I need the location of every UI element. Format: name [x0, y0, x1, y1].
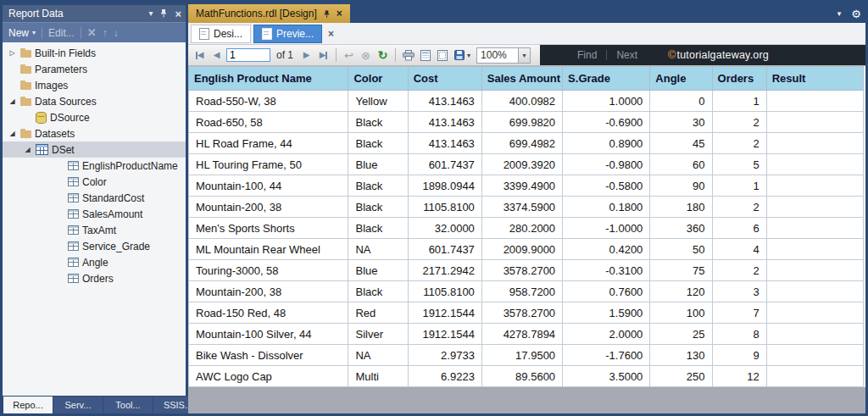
close-icon[interactable]: × [328, 28, 334, 40]
export-button[interactable] [452, 47, 466, 63]
cell-s-grade: -1.7600 [563, 345, 650, 366]
tree-item-datasets[interactable]: ◢Datasets [3, 125, 186, 141]
cell-sales-amount: 2009.3920 [481, 154, 562, 175]
tree-item-label: Built-in Fields [35, 47, 96, 59]
cell-result [766, 112, 863, 133]
print-button[interactable] [401, 47, 415, 63]
tree-item-englishproductname[interactable]: EnglishProductName [3, 158, 186, 174]
cell-cost: 2171.2942 [408, 260, 481, 281]
back-to-parent-button[interactable]: ↩ [342, 47, 356, 63]
move-up-button[interactable]: ↑ [103, 27, 108, 39]
expand-arrow-icon[interactable]: ▷ [8, 49, 17, 57]
toolbar-divider [336, 48, 337, 62]
toolbar-divider [81, 27, 81, 39]
gear-icon[interactable]: ⚙ [851, 8, 861, 20]
cell-color: Yellow [348, 91, 408, 112]
find-link[interactable]: Find [577, 49, 597, 61]
cell-color: Black [348, 197, 408, 218]
cell-sales-amount: 3399.4900 [481, 175, 562, 197]
cell-color: Black [348, 133, 408, 154]
tree-item-service-grade[interactable]: Service_Grade [3, 238, 186, 254]
table-row: AWC Logo CapMulti6.922389.56003.50002501… [189, 366, 864, 387]
panel-tab-serv[interactable]: Serv... [53, 397, 103, 413]
cell-color: Blue [348, 260, 408, 281]
table-row: Road-650, 58Black413.1463699.9820-0.6900… [189, 112, 864, 133]
tree-item-taxamt[interactable]: TaxAmt [3, 222, 186, 238]
delete-button[interactable]: ✕ [87, 26, 97, 39]
divider [606, 50, 607, 60]
collapse-arrow-icon[interactable]: ◢ [23, 146, 32, 153]
last-page-button[interactable]: ▶ [316, 47, 331, 63]
folder-icon [20, 50, 31, 58]
folder-icon [20, 130, 31, 138]
cell-s-grade: 0.8900 [563, 133, 650, 154]
save-export-icon [454, 50, 465, 60]
next-page-button[interactable]: ▶ [299, 47, 314, 63]
tree-item-dsource[interactable]: DSource [3, 109, 186, 125]
cell-orders: 2 [712, 133, 766, 154]
document-tab[interactable]: MathFunctions.rdl [Design] × [188, 4, 350, 23]
panel-tab-tool[interactable]: Tool... [103, 397, 153, 413]
field-icon [68, 209, 79, 219]
export-caret-icon[interactable]: ▾ [467, 52, 470, 59]
cell-sales-amount: 2009.9000 [481, 239, 562, 260]
close-tab-icon[interactable]: × [337, 8, 342, 19]
cell-sales-amount: 3578.2700 [481, 302, 562, 324]
find-next-link[interactable]: Next [616, 49, 637, 61]
tree-item-data-sources[interactable]: ◢Data Sources [3, 93, 186, 109]
tree-item-images[interactable]: Images [3, 77, 186, 93]
tab-preview[interactable]: Previe... [253, 25, 322, 43]
cell-sales-amount: 89.5600 [481, 366, 562, 387]
folder-icon [20, 66, 31, 74]
cell-sales-amount: 699.9820 [481, 112, 562, 133]
previous-page-button[interactable]: ◀ [209, 47, 224, 63]
collapse-arrow-icon[interactable]: ◢ [8, 130, 17, 137]
tree-item-salesamount[interactable]: SalesAmount [3, 206, 186, 222]
tree-item-color[interactable]: Color [3, 174, 186, 190]
tree-item-dset[interactable]: ◢DSet [3, 141, 186, 158]
panel-tab-repo[interactable]: Repo... [3, 397, 53, 413]
toolbar-divider [395, 48, 396, 62]
field-icon [68, 225, 79, 235]
cell-english-product-name: ML Mountain Rear Wheel [189, 239, 348, 260]
table-row: Road-150 Red, 48Red1912.15443578.27001.5… [189, 302, 864, 324]
cell-angle: 45 [650, 133, 712, 154]
watermark-site-name: tutorialgateway.org [676, 49, 769, 61]
cell-orders: 5 [712, 154, 766, 175]
cell-english-product-name: Road-550-W, 38 [189, 91, 348, 112]
tab-design[interactable]: Desi... [191, 25, 251, 43]
tabstrip-controls: ▾ ⚙ [837, 4, 861, 23]
tree-item-standardcost[interactable]: StandardCost [3, 190, 186, 206]
new-button[interactable]: New ▾ [8, 27, 36, 39]
tree-item-angle[interactable]: Angle [3, 254, 186, 270]
print-layout-button[interactable] [418, 47, 432, 63]
zoom-select[interactable]: 100% ▾ [476, 47, 531, 64]
collapse-arrow-icon[interactable]: ◢ [8, 97, 17, 105]
cell-orders: 4 [712, 239, 766, 260]
column-header-english-product-name: English Product Name [189, 67, 348, 91]
close-icon[interactable]: × [175, 8, 181, 19]
previous-page-icon: ◀ [214, 51, 220, 59]
table-header-row: English Product NameColorCostSales Amoun… [189, 67, 864, 91]
first-page-button[interactable]: ◀ [192, 47, 207, 63]
pin-icon[interactable] [323, 9, 331, 19]
tree-item-parameters[interactable]: Parameters [3, 61, 186, 77]
tab-list-caret-icon[interactable]: ▾ [837, 9, 842, 18]
tree-item-built-in-fields[interactable]: ▷Built-in Fields [3, 45, 186, 61]
pin-icon[interactable] [159, 8, 168, 19]
cell-s-grade: 1.0000 [563, 91, 650, 112]
page-number-input[interactable] [226, 48, 270, 62]
cell-orders: 1 [712, 175, 766, 197]
refresh-button[interactable]: ↻ [376, 47, 390, 63]
cell-cost: 32.0000 [408, 218, 481, 239]
cell-result [766, 260, 863, 281]
stop-rendering-button[interactable]: ⊗ [359, 47, 373, 63]
window-menu-caret-icon[interactable]: ▾ [148, 9, 153, 18]
page-setup-button[interactable] [435, 47, 449, 63]
move-down-button[interactable]: ↓ [114, 27, 119, 39]
document-tab-title: MathFunctions.rdl [Design] [196, 8, 317, 19]
cell-cost: 1105.8100 [408, 197, 481, 218]
cell-angle: 60 [650, 154, 712, 175]
tree-item-orders[interactable]: Orders [3, 270, 186, 286]
edit-button[interactable]: Edit... [48, 27, 75, 39]
